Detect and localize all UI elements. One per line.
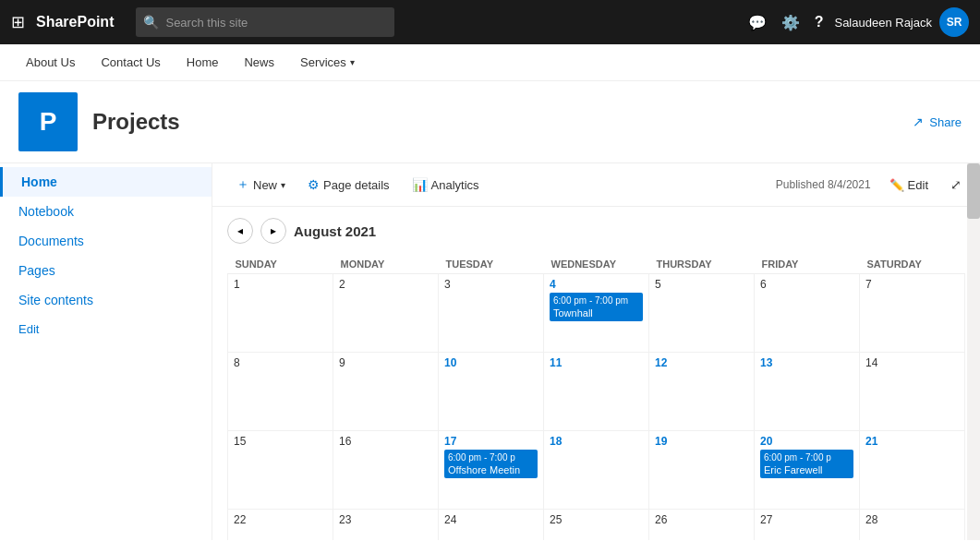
sidebar-item-home[interactable]: Home	[0, 167, 212, 197]
event-title: Eric Farewell	[764, 463, 850, 476]
calendar-day-cell[interactable]: 176:00 pm - 7:00 pOffshore Meetin	[439, 431, 544, 510]
settings-icon[interactable]: ⚙️	[781, 14, 800, 31]
calendar-day-cell[interactable]: 18	[544, 431, 649, 510]
topbar-user[interactable]: Salaudeen Rajack SR	[834, 7, 969, 37]
event-time: 6:00 pm - 7:00 p	[448, 451, 534, 463]
calendar-day-cell[interactable]: 9	[333, 353, 439, 431]
share-button[interactable]: ↗ Share	[913, 114, 962, 129]
calendar-day-cell[interactable]: 21	[860, 431, 965, 510]
day-number: 1	[234, 278, 240, 291]
calendar-nav: ◂ ▸ August 2021	[227, 218, 965, 244]
calendar-day-cell[interactable]: 5	[649, 274, 755, 353]
sidebar-item-pages[interactable]: Pages	[0, 256, 212, 285]
day-number: 24	[444, 513, 456, 526]
calendar-day-cell[interactable]: 206:00 pm - 7:00 pEric Farewell	[755, 431, 860, 510]
calendar-day-cell[interactable]: 19	[649, 431, 755, 510]
analytics-icon: 📊	[412, 177, 428, 192]
main-area: Home Notebook Documents Pages Site conte…	[0, 163, 980, 540]
site-header: P Projects ↗ Share	[0, 81, 980, 163]
calendar-day-cell[interactable]: 26	[649, 510, 755, 541]
share-icon: ↗	[913, 114, 924, 129]
sidebar-item-documents[interactable]: Documents	[0, 226, 212, 256]
edit-button[interactable]: ✏️ Edit	[882, 174, 936, 196]
navbar-item-about[interactable]: About Us	[15, 44, 86, 81]
day-number: 5	[655, 278, 661, 291]
col-friday: FRIDAY	[755, 255, 860, 274]
calendar-week-row: 12346:00 pm - 7:00 pmTownhall567	[228, 274, 965, 353]
grid-icon[interactable]: ⊞	[11, 12, 25, 32]
calendar-day-cell[interactable]: 25	[544, 510, 649, 541]
event-time: 6:00 pm - 7:00 p	[764, 451, 850, 463]
calendar-day-cell[interactable]: 13	[755, 353, 860, 431]
calendar-day-cell[interactable]: 14	[860, 353, 965, 431]
calendar-event[interactable]: 6:00 pm - 7:00 pmTownhall	[550, 293, 643, 321]
calendar-event[interactable]: 6:00 pm - 7:00 pEric Farewell	[760, 450, 853, 478]
user-name: Salaudeen Rajack	[834, 16, 932, 30]
day-number: 22	[234, 513, 246, 526]
day-number: 17	[444, 435, 456, 448]
calendar-event[interactable]: 6:00 pm - 7:00 pOffshore Meetin	[444, 450, 538, 478]
chat-icon[interactable]: 💬	[748, 14, 767, 31]
calendar-day-cell[interactable]: 16	[333, 431, 439, 510]
calendar-day-cell[interactable]: 27	[755, 510, 860, 541]
navbar-item-contact[interactable]: Contact Us	[90, 44, 171, 81]
calendar-day-cell[interactable]: 11	[544, 353, 649, 431]
search-input[interactable]	[136, 7, 394, 37]
calendar-day-cell[interactable]: 23	[333, 510, 439, 541]
scroll-track[interactable]	[967, 163, 980, 540]
calendar-day-cell[interactable]: 28	[860, 510, 965, 541]
calendar-week-row: 891011121314	[228, 353, 965, 431]
prev-month-button[interactable]: ◂	[227, 218, 253, 244]
topbar: ⊞ SharePoint 🔍 💬 ⚙️ ? Salaudeen Rajack S…	[0, 0, 980, 44]
content-area: ＋ New ▾ ⚙ Page details 📊 Analytics Publi…	[212, 163, 980, 540]
navbar: About Us Contact Us Home News Services ▾	[0, 44, 980, 81]
site-icon: P	[18, 92, 78, 151]
analytics-button[interactable]: 📊 Analytics	[403, 172, 489, 198]
sidebar-item-edit[interactable]: Edit	[0, 315, 212, 343]
navbar-item-news[interactable]: News	[233, 44, 285, 81]
calendar-day-cell[interactable]: 10	[439, 353, 544, 431]
search-wrapper: 🔍	[136, 7, 394, 37]
calendar-day-cell[interactable]: 24	[439, 510, 544, 541]
toolbar-left: ＋ New ▾ ⚙ Page details 📊 Analytics	[227, 171, 489, 198]
day-number: 9	[339, 356, 345, 369]
navbar-item-home[interactable]: Home	[175, 44, 230, 81]
help-icon[interactable]: ?	[815, 14, 824, 30]
calendar-day-cell[interactable]: 15	[228, 431, 333, 510]
sidebar: Home Notebook Documents Pages Site conte…	[0, 163, 212, 540]
new-button[interactable]: ＋ New ▾	[227, 171, 295, 198]
day-number: 7	[865, 278, 872, 291]
calendar-week-row: 22232425262728	[228, 510, 965, 541]
col-sunday: SUNDAY	[228, 255, 333, 274]
expand-button[interactable]: ⤢	[947, 174, 965, 196]
calendar-day-cell[interactable]: 12	[649, 353, 755, 431]
calendar-day-cell[interactable]: 6	[755, 274, 860, 353]
day-number: 28	[865, 513, 877, 526]
user-avatar[interactable]: SR	[939, 7, 969, 37]
calendar-day-cell[interactable]: 3	[439, 274, 544, 353]
page-details-button[interactable]: ⚙ Page details	[298, 172, 399, 198]
day-number: 23	[339, 513, 351, 526]
calendar-day-cell[interactable]: 22	[228, 510, 333, 541]
plus-icon: ＋	[236, 176, 249, 193]
calendar-day-cell[interactable]: 2	[333, 274, 439, 353]
next-month-button[interactable]: ▸	[260, 218, 286, 244]
scroll-thumb[interactable]	[967, 163, 980, 219]
day-number: 21	[865, 435, 877, 448]
sidebar-item-site-contents[interactable]: Site contents	[0, 285, 212, 315]
day-number: 20	[760, 435, 772, 448]
col-saturday: SATURDAY	[860, 255, 965, 274]
calendar-day-cell[interactable]: 1	[228, 274, 333, 353]
topbar-icons: 💬 ⚙️ ?	[748, 14, 824, 31]
toolbar-right: Published 8/4/2021 ✏️ Edit ⤢	[776, 174, 965, 196]
calendar-day-cell[interactable]: 46:00 pm - 7:00 pmTownhall	[544, 274, 649, 353]
col-tuesday: TUESDAY	[439, 255, 544, 274]
day-number: 8	[234, 356, 240, 369]
published-status: Published 8/4/2021	[776, 178, 871, 191]
sidebar-item-notebook[interactable]: Notebook	[0, 197, 212, 226]
day-number: 25	[550, 513, 562, 526]
calendar-day-cell[interactable]: 8	[228, 353, 333, 431]
calendar-day-cell[interactable]: 7	[860, 274, 965, 353]
day-number: 27	[760, 513, 772, 526]
navbar-item-services[interactable]: Services ▾	[289, 44, 366, 81]
